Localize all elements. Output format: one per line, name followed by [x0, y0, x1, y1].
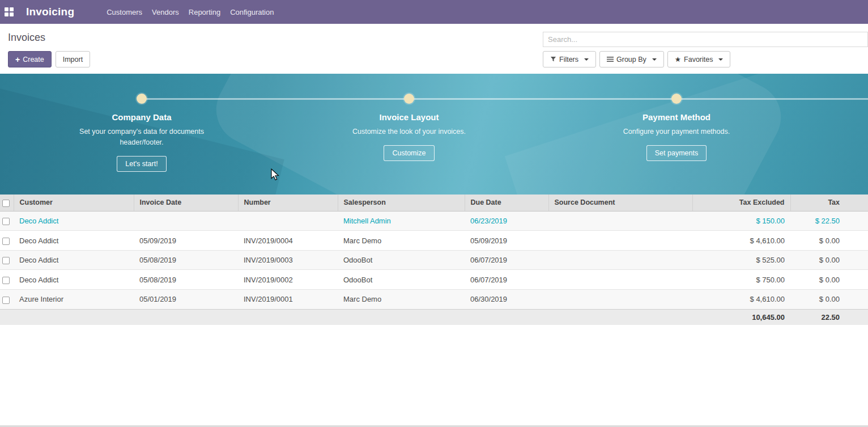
control-panel: Invoices + Create Import Filters Group B…	[0, 24, 868, 74]
col-header-number[interactable]: Number	[238, 195, 338, 211]
cell-customer: Azure Interior	[14, 289, 134, 309]
row-select-cell	[0, 211, 14, 231]
cell-due-date: 05/09/2019	[465, 231, 548, 251]
cell-invoice-date: 05/08/2019	[134, 250, 238, 270]
apps-menu-icon[interactable]	[5, 7, 14, 16]
cell-tax: $ 22.50	[790, 211, 868, 231]
cell-number	[238, 211, 338, 231]
navbar-menu-item[interactable]: Vendors	[152, 8, 179, 16]
row-select-cell	[0, 289, 14, 309]
step-action-button[interactable]: Let's start!	[117, 156, 166, 172]
col-header-source-document[interactable]: Source Document	[548, 195, 692, 211]
onboarding-steps: Company Data Set your company's data for…	[0, 74, 868, 172]
col-header-invoice-date[interactable]: Invoice Date	[134, 195, 238, 211]
cell-number: INV/2019/0004	[238, 231, 338, 251]
cell-salesperson: Marc Demo	[338, 231, 465, 251]
cell-tax: $ 0.00	[790, 289, 868, 309]
invoice-row[interactable]: Deco Addict Mitchell Admin 06/23/2019 $ …	[0, 211, 868, 231]
step-description: Configure your payment methods.	[600, 126, 753, 137]
create-button-label: Create	[23, 56, 44, 64]
cell-source-document	[548, 270, 692, 290]
col-header-customer[interactable]: Customer	[14, 195, 134, 211]
col-header-tax-excluded[interactable]: Tax Excluded	[692, 195, 790, 211]
cell-tax-excluded: $ 4,610.00	[692, 289, 790, 309]
cell-tax-excluded: $ 150.00	[692, 211, 790, 231]
row-checkbox[interactable]	[2, 257, 10, 264]
cell-tax-excluded: $ 525.00	[692, 250, 790, 270]
invoice-rows: Deco Addict Mitchell Admin 06/23/2019 $ …	[0, 211, 868, 309]
cell-tax: $ 0.00	[790, 270, 868, 290]
cell-customer: Deco Addict	[14, 250, 134, 270]
onboarding-step: Company Data Set your company's data for…	[17, 94, 266, 172]
navbar-menu-item[interactable]: Reporting	[189, 8, 220, 16]
total-tax: 22.50	[790, 309, 868, 325]
row-checkbox[interactable]	[2, 218, 10, 225]
navbar-menu-item[interactable]: Customers	[107, 8, 142, 16]
caret-down-icon	[652, 58, 657, 61]
app-title[interactable]: Invoicing	[26, 6, 74, 18]
row-checkbox[interactable]	[2, 297, 10, 304]
cell-number: INV/2019/0002	[238, 270, 338, 290]
invoice-row[interactable]: Deco Addict 05/08/2019 INV/2019/0003 Odo…	[0, 250, 868, 270]
favorites-button[interactable]: ★ Favorites	[667, 51, 731, 67]
select-all-cell	[0, 195, 14, 211]
step-action-button[interactable]: Set payments	[646, 145, 707, 161]
cell-tax: $ 0.00	[790, 250, 868, 270]
cell-customer: Deco Addict	[14, 270, 134, 290]
onboarding-step: Invoice Layout Customize the look of you…	[284, 94, 534, 172]
invoice-row[interactable]: Deco Addict 05/09/2019 INV/2019/0004 Mar…	[0, 231, 868, 251]
star-icon: ★	[675, 55, 681, 64]
onboarding-banner: Company Data Set your company's data for…	[0, 74, 868, 195]
cell-customer: Deco Addict	[14, 211, 134, 231]
group-by-button[interactable]: Group By	[599, 51, 664, 67]
filters-button[interactable]: Filters	[543, 51, 596, 67]
page-title: Invoices	[8, 32, 534, 44]
select-all-checkbox[interactable]	[2, 200, 10, 207]
navbar-menus: Customers Vendors Reporting Configuratio…	[107, 8, 274, 16]
step-action-button[interactable]: Customize	[384, 145, 434, 161]
caret-down-icon	[718, 58, 723, 61]
onboarding-step: Payment Method Configure your payment me…	[552, 94, 801, 172]
cell-salesperson: Marc Demo	[338, 289, 465, 309]
row-checkbox[interactable]	[2, 277, 10, 284]
cell-customer: Deco Addict	[14, 231, 134, 251]
totals-row: 10,645.00 22.50	[0, 309, 868, 325]
search-input[interactable]	[543, 32, 868, 47]
invoice-table: Customer Invoice Date Number Salesperson…	[0, 195, 868, 325]
cell-due-date: 06/30/2019	[465, 289, 548, 309]
navbar-menu-item[interactable]: Configuration	[230, 8, 274, 16]
table-header-row: Customer Invoice Date Number Salesperson…	[0, 195, 868, 211]
cell-due-date: 06/23/2019	[465, 211, 548, 231]
cell-due-date: 06/07/2019	[465, 270, 548, 290]
cell-source-document	[548, 289, 692, 309]
cell-due-date: 06/07/2019	[465, 250, 548, 270]
top-navbar: Invoicing Customers Vendors Reporting Co…	[0, 0, 868, 24]
step-description: Customize the look of your invoices.	[333, 126, 486, 137]
col-header-tax[interactable]: Tax	[790, 195, 868, 211]
invoice-row[interactable]: Azure Interior 05/01/2019 INV/2019/0001 …	[0, 289, 868, 309]
cell-tax-excluded: $ 750.00	[692, 270, 790, 290]
step-dot-icon	[671, 94, 682, 104]
group-by-icon	[607, 56, 614, 62]
total-tax-excluded: 10,645.00	[692, 309, 790, 325]
invoice-list-view: Customer Invoice Date Number Salesperson…	[0, 195, 868, 325]
row-select-cell	[0, 231, 14, 251]
col-header-due-date[interactable]: Due Date	[465, 195, 548, 211]
row-select-cell	[0, 270, 14, 290]
cell-source-document	[548, 211, 692, 231]
col-header-salesperson[interactable]: Salesperson	[338, 195, 465, 211]
invoice-row[interactable]: Deco Addict 05/08/2019 INV/2019/0002 Odo…	[0, 270, 868, 290]
step-title: Invoice Layout	[284, 112, 534, 122]
cell-invoice-date: 05/09/2019	[134, 231, 238, 251]
cell-salesperson: OdooBot	[338, 270, 465, 290]
cell-source-document	[548, 250, 692, 270]
import-button[interactable]: Import	[56, 51, 90, 67]
cell-invoice-date: 05/01/2019	[134, 289, 238, 309]
cell-invoice-date	[134, 211, 238, 231]
row-checkbox[interactable]	[2, 238, 10, 245]
create-button[interactable]: + Create	[8, 51, 52, 67]
cell-salesperson: Mitchell Admin	[338, 211, 465, 231]
favorites-button-label: Favorites	[684, 56, 713, 64]
row-select-cell	[0, 250, 14, 270]
filters-button-label: Filters	[559, 56, 578, 64]
